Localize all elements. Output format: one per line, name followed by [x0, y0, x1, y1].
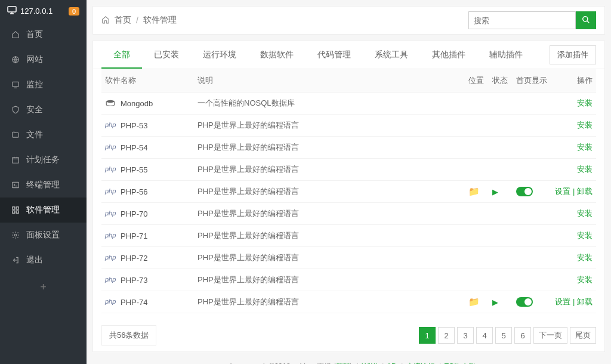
play-icon[interactable]: ▶	[492, 298, 498, 307]
breadcrumb-current: 软件管理	[143, 15, 177, 26]
monitor-icon	[11, 80, 20, 90]
pagination: 123456下一页尾页	[419, 327, 596, 344]
php-icon: php	[105, 143, 116, 152]
sidebar-item-home[interactable]: 首页	[0, 22, 87, 47]
software-desc: PHP是世界上最好的编程语言	[194, 291, 465, 313]
svg-point-10	[583, 16, 588, 21]
total-count: 共56条数据	[101, 325, 156, 346]
software-name: PHP-71	[121, 232, 148, 240]
sidebar-item-label: 安全	[26, 104, 43, 115]
monitor-icon	[7, 6, 17, 16]
search-wrap	[468, 11, 596, 29]
software-desc: PHP是世界上最好的编程语言	[194, 225, 465, 247]
page-btn[interactable]: 2	[438, 327, 455, 344]
php-icon: php	[105, 298, 116, 306]
folder-icon	[11, 130, 20, 140]
settings-link[interactable]: 设置	[555, 297, 570, 306]
tab[interactable]: 系统工具	[363, 41, 420, 69]
table-row: phpPHP-55PHP是世界上最好的编程语言安装	[101, 159, 596, 181]
software-name: PHP-54	[121, 143, 148, 152]
sidebar-item-globe[interactable]: 网站	[0, 47, 87, 72]
software-table: 软件名称 说明 位置 状态 首页显示 操作 Mongodb一个高性能的NOSQL…	[101, 69, 596, 313]
install-link[interactable]: 安装	[577, 231, 593, 240]
page-next[interactable]: 下一页	[533, 327, 567, 344]
sidebar-item-shield[interactable]: 安全	[0, 97, 87, 122]
install-link[interactable]: 安装	[577, 121, 593, 129]
breadcrumb-home[interactable]: 首页	[115, 15, 131, 26]
sidebar-item-label: 面板设置	[26, 230, 60, 240]
folder-icon[interactable]: 📁	[468, 186, 480, 196]
page-btn[interactable]: 1	[419, 327, 436, 344]
software-name: PHP-74	[121, 298, 148, 307]
gear-icon	[11, 230, 20, 240]
sidebar-item-label: 终端管理	[26, 180, 60, 190]
search-button[interactable]	[576, 11, 596, 29]
sidebar-item-apps[interactable]: 软件管理	[0, 198, 87, 223]
notification-badge[interactable]: 0	[69, 7, 79, 16]
tab[interactable]: 数据软件	[248, 41, 306, 69]
toggle-switch[interactable]	[516, 297, 533, 307]
php-icon: php	[105, 232, 116, 240]
page-btn[interactable]: 6	[514, 327, 531, 344]
sidebar-item-exit[interactable]: 退出	[0, 248, 87, 273]
settings-link[interactable]: 设置	[555, 187, 570, 196]
th-status: 状态	[489, 69, 513, 92]
install-link[interactable]: 安装	[577, 209, 593, 218]
page-btn[interactable]: 5	[495, 327, 512, 344]
uninstall-link[interactable]: 卸载	[577, 187, 593, 196]
folder-icon[interactable]: 📁	[468, 297, 480, 307]
svg-point-9	[14, 234, 17, 236]
tab[interactable]: 辅助插件	[477, 41, 535, 69]
install-link[interactable]: 安装	[577, 143, 593, 152]
top-panel: 首页 / 软件管理	[92, 6, 605, 35]
sidebar-item-monitor[interactable]: 监控	[0, 72, 87, 97]
tab[interactable]: 全部	[101, 41, 142, 69]
table-row: phpPHP-56PHP是世界上最好的编程语言📁▶设置 | 卸载	[101, 181, 596, 203]
terminal-icon	[11, 180, 20, 190]
add-plugin-button[interactable]: 添加插件	[550, 45, 596, 64]
sidebar-item-gear[interactable]: 面板设置	[0, 223, 87, 248]
th-name: 软件名称	[101, 69, 194, 92]
install-link[interactable]: 安装	[577, 275, 593, 284]
tab[interactable]: 运行环境	[191, 41, 248, 69]
sidebar-item-folder[interactable]: 文件	[0, 122, 87, 147]
svg-point-11	[106, 100, 115, 103]
software-desc: PHP是世界上最好的编程语言	[194, 137, 465, 159]
page-btn[interactable]: 4	[476, 327, 493, 344]
tab[interactable]: 代码管理	[306, 41, 363, 69]
exit-icon	[11, 255, 20, 265]
svg-rect-0	[8, 7, 16, 12]
sidebar-add-button[interactable]: +	[0, 273, 87, 302]
sidebar-item-calendar[interactable]: 计划任务	[0, 147, 87, 172]
play-icon[interactable]: ▶	[492, 187, 498, 196]
software-name: PHP-70	[121, 209, 148, 218]
php-icon: php	[105, 276, 116, 284]
tab[interactable]: 其他插件	[420, 41, 477, 69]
apps-icon	[11, 205, 20, 215]
footer: mdserver-web ©2018-∞ Linux面板 (源码) / WIKI…	[87, 352, 611, 364]
sidebar-item-label: 退出	[26, 255, 43, 266]
software-name: PHP-55	[121, 165, 148, 174]
svg-rect-8	[16, 211, 18, 213]
software-name: PHP-72	[121, 254, 148, 263]
table-row: phpPHP-70PHP是世界上最好的编程语言安装	[101, 203, 596, 225]
page-btn[interactable]: 3	[457, 327, 474, 344]
install-link[interactable]: 安装	[577, 98, 593, 107]
svg-rect-5	[13, 207, 15, 209]
uninstall-link[interactable]: 卸载	[577, 297, 593, 306]
home-icon	[11, 30, 20, 39]
sidebar: 127.0.0.1 0 首页网站监控安全文件计划任务终端管理软件管理面板设置退出…	[0, 0, 87, 364]
table-row: phpPHP-74PHP是世界上最好的编程语言📁▶设置 | 卸载	[101, 291, 596, 313]
install-link[interactable]: 安装	[577, 253, 593, 262]
software-desc: 一个高性能的NOSQL数据库	[194, 92, 465, 115]
sidebar-header: 127.0.0.1 0	[0, 0, 87, 22]
php-icon: php	[105, 209, 116, 218]
software-desc: PHP是世界上最好的编程语言	[194, 203, 465, 225]
install-link[interactable]: 安装	[577, 165, 593, 174]
sidebar-item-terminal[interactable]: 终端管理	[0, 172, 87, 198]
software-name: PHP-53	[121, 121, 148, 130]
search-input[interactable]	[468, 11, 576, 29]
toggle-switch[interactable]	[516, 187, 533, 196]
page-last[interactable]: 尾页	[570, 327, 596, 344]
tab[interactable]: 已安装	[142, 41, 191, 69]
